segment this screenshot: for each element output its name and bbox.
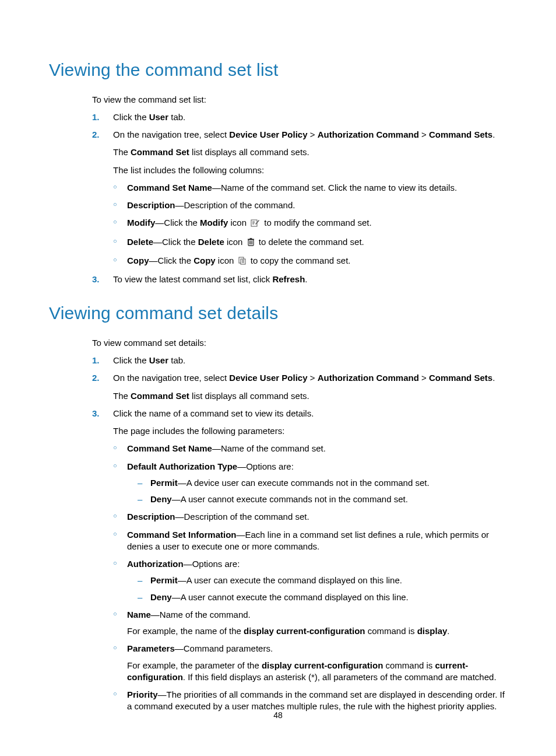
step-text: On the navigation tree, select Device Us…: [113, 129, 507, 141]
intro-text: To view command set details:: [92, 337, 507, 349]
step-number: 3.: [92, 274, 100, 285]
step-text: The page includes the following paramete…: [113, 425, 507, 437]
heading-viewing-command-set-list: Viewing the command set list: [49, 58, 507, 82]
list-item: Description—Description of the command s…: [113, 511, 507, 523]
heading-viewing-command-set-details: Viewing command set details: [49, 302, 507, 326]
step-2: 2. On the navigation tree, select Device…: [92, 129, 507, 268]
list-item: Deny—A user cannot execute the command d…: [138, 592, 507, 603]
document-page: Viewing the command set list To view the…: [0, 0, 556, 713]
column-list: Command Set Name—Name of the command set…: [113, 182, 507, 268]
step-number: 1.: [92, 111, 100, 123]
step-text: On the navigation tree, select Device Us…: [113, 372, 507, 384]
list-item: Priority—The priorities of all commands …: [113, 689, 507, 713]
step-3: 3. Click the name of a command set to vi…: [92, 408, 507, 713]
list-item: Description—Description of the command.: [113, 200, 507, 211]
step-text: To view the latest command set list, cli…: [113, 274, 507, 285]
steps-list: 1. Click the User tab. 2. On the navigat…: [92, 111, 507, 286]
example-text: For example, the name of the display cur…: [127, 625, 507, 637]
step-number: 3.: [92, 408, 100, 419]
list-item: Authorization—Options are: Permit—A user…: [113, 558, 507, 603]
step-text: Click the User tab.: [113, 111, 507, 123]
step-1: 1. Click the User tab.: [92, 355, 507, 366]
list-item: Command Set Name—Name of the command set…: [113, 182, 507, 194]
step-number: 1.: [92, 355, 100, 366]
steps-list: 1. Click the User tab. 2. On the navigat…: [92, 355, 507, 713]
list-item: Permit—A user can execute the command di…: [138, 575, 507, 586]
list-item: Modify—Click the Modify icon to modify t…: [113, 217, 507, 230]
list-item: Command Set Name—Name of the command set…: [113, 443, 507, 454]
list-item: Delete—Click the Delete icon to delete t…: [113, 236, 507, 249]
list-item: Deny—A user cannot execute commands not …: [138, 494, 507, 505]
step-1: 1. Click the User tab.: [92, 111, 507, 123]
step-number: 2.: [92, 372, 100, 384]
list-item: Copy—Click the Copy icon to copy the com…: [113, 255, 507, 268]
list-item: Name—Name of the command. For example, t…: [113, 609, 507, 638]
step-text: The Command Set list displays all comman…: [113, 390, 507, 402]
modify-icon: [251, 218, 260, 230]
step-text: The list includes the following columns:: [113, 164, 507, 176]
step-number: 2.: [92, 129, 100, 141]
options-list: Permit—A device user can execute command…: [138, 477, 507, 506]
step-text: The Command Set list displays all comman…: [113, 146, 507, 158]
copy-icon: [238, 256, 247, 268]
step-text: Click the User tab.: [113, 355, 507, 366]
list-item: Parameters—Command parameters. For examp…: [113, 643, 507, 683]
page-number: 48: [0, 710, 556, 721]
step-3: 3. To view the latest command set list, …: [92, 274, 507, 285]
svg-rect-9: [249, 238, 252, 239]
step-text: Click the name of a command set to view …: [113, 408, 507, 419]
list-item: Command Set Information—Each line in a c…: [113, 529, 507, 553]
options-list: Permit—A user can execute the command di…: [138, 575, 507, 603]
list-item: Permit—A device user can execute command…: [138, 477, 507, 489]
list-item: Default Authorization Type—Options are: …: [113, 461, 507, 506]
step-2: 2. On the navigation tree, select Device…: [92, 372, 507, 402]
example-text: For example, the parameter of the displa…: [127, 660, 507, 684]
delete-icon: [247, 237, 255, 249]
parameter-list: Command Set Name—Name of the command set…: [113, 443, 507, 712]
intro-text: To view the command set list:: [92, 94, 507, 106]
